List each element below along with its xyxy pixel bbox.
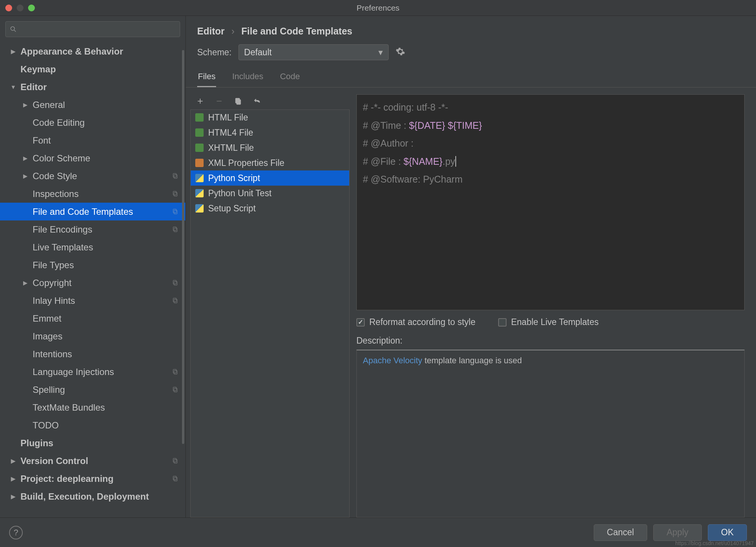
chevron-down-icon: ▾	[378, 47, 383, 58]
copy-icon[interactable]	[234, 97, 243, 106]
template-item-xhtml-file[interactable]: XHTML File	[191, 140, 349, 155]
template-item-python-script[interactable]: Python Script	[191, 170, 349, 186]
window-title: Preferences	[0, 3, 756, 13]
scope-icon	[172, 171, 179, 181]
template-tabs: FilesIncludesCode	[186, 72, 756, 88]
description-text: template language is used	[422, 356, 522, 365]
sidebar-item-general[interactable]: ▶General	[0, 96, 185, 114]
sidebar-item-label: Code Editing	[33, 117, 85, 128]
settings-tree[interactable]: ▶Appearance & BehaviorKeymap▼Editor▶Gene…	[0, 42, 185, 517]
sidebar-item-label: File Types	[33, 260, 74, 270]
sidebar-item-label: File Encodings	[33, 224, 92, 235]
html-file-icon	[195, 144, 204, 152]
template-item-setup-script[interactable]: Setup Script	[191, 201, 349, 216]
svg-rect-5	[173, 191, 176, 195]
scope-icon	[172, 224, 179, 235]
sidebar-item-label: Inspections	[33, 189, 78, 199]
sidebar-item-todo[interactable]: TODO	[0, 416, 185, 434]
sidebar-item-font[interactable]: Font	[0, 131, 185, 149]
sidebar-item-label: Emmet	[33, 313, 61, 324]
svg-rect-18	[174, 459, 177, 463]
sidebar-item-editor[interactable]: ▼Editor	[0, 78, 185, 96]
template-editor[interactable]: # -*- coding: utf-8 -*-# @Time : ${DATE}…	[356, 94, 745, 310]
sidebar-item-label: General	[33, 100, 65, 110]
scheme-dropdown[interactable]: Default ▾	[238, 44, 389, 60]
live-templates-checkbox[interactable]: Enable Live Templates	[498, 317, 599, 327]
chevron-right-icon: ▶	[10, 493, 17, 500]
gear-icon[interactable]	[395, 47, 405, 58]
chevron-right-icon: ▶	[22, 155, 29, 162]
template-item-python-unit-test[interactable]: Python Unit Test	[191, 186, 349, 201]
scrollbar[interactable]	[182, 50, 184, 514]
undo-icon[interactable]	[253, 97, 262, 106]
sidebar-item-copyright[interactable]: ▶Copyright	[0, 274, 185, 292]
chevron-right-icon: ▶	[22, 102, 29, 108]
scope-icon	[172, 384, 179, 395]
sidebar-item-label: Font	[33, 135, 51, 146]
sidebar-item-label: Copyright	[33, 278, 72, 288]
chevron-right-icon: ›	[231, 26, 234, 37]
breadcrumb: Editor › File and Code Templates	[186, 16, 756, 41]
sidebar-item-code-style[interactable]: ▶Code Style	[0, 167, 185, 185]
sidebar-item-live-templates[interactable]: Live Templates	[0, 238, 185, 256]
live-templates-label: Enable Live Templates	[511, 317, 599, 327]
dialog-footer: ? Cancel Apply OK	[0, 517, 756, 547]
help-icon[interactable]: ?	[9, 526, 23, 539]
sidebar-item-emmet[interactable]: Emmet	[0, 309, 185, 327]
sidebar-item-label: Build, Execution, Deployment	[20, 491, 149, 502]
sidebar-item-code-editing[interactable]: Code Editing	[0, 114, 185, 131]
sidebar-item-color-scheme[interactable]: ▶Color Scheme	[0, 149, 185, 167]
description-box: Apache Velocity template language is use…	[356, 350, 745, 517]
sidebar-item-spelling[interactable]: Spelling	[0, 381, 185, 399]
cancel-button[interactable]: Cancel	[594, 524, 648, 541]
svg-rect-15	[173, 369, 176, 373]
svg-rect-10	[174, 281, 177, 285]
add-icon[interactable]	[196, 97, 205, 106]
sidebar-item-textmate-bundles[interactable]: TextMate Bundles	[0, 399, 185, 416]
sidebar-item-build-execution-deployment[interactable]: ▶Build, Execution, Deployment	[0, 488, 185, 505]
sidebar-item-label: Appearance & Behavior	[20, 46, 123, 57]
template-item-xml-properties-file[interactable]: XML Properties File	[191, 155, 349, 170]
html-file-icon	[195, 113, 204, 122]
template-item-label: Python Script	[208, 173, 260, 183]
sidebar-item-file-types[interactable]: File Types	[0, 256, 185, 274]
tab-code[interactable]: Code	[279, 72, 301, 87]
apply-button[interactable]: Apply	[653, 524, 702, 541]
search-input[interactable]	[5, 21, 180, 37]
breadcrumb-root[interactable]: Editor	[197, 26, 224, 37]
remove-icon[interactable]	[215, 97, 224, 106]
sidebar-item-inspections[interactable]: Inspections	[0, 185, 185, 203]
sidebar-item-intentions[interactable]: Intentions	[0, 345, 185, 363]
sidebar-item-label: TextMate Bundles	[33, 402, 105, 413]
sidebar-item-keymap[interactable]: Keymap	[0, 60, 185, 78]
scope-icon	[172, 206, 179, 217]
py-file-icon	[195, 204, 204, 213]
svg-rect-20	[174, 477, 177, 481]
template-file-list[interactable]: HTML FileHTML4 FileXHTML FileXML Propert…	[190, 109, 350, 517]
scheme-label: Scheme:	[197, 47, 232, 58]
svg-point-0	[11, 27, 14, 30]
sidebar-item-label: File and Code Templates	[33, 206, 133, 217]
sidebar-item-inlay-hints[interactable]: Inlay Hints	[0, 292, 185, 309]
sidebar-item-file-and-code-templates[interactable]: File and Code Templates	[0, 203, 185, 220]
sidebar-item-project-deeplearning[interactable]: ▶Project: deeplearning	[0, 470, 185, 488]
sidebar-item-plugins[interactable]: Plugins	[0, 434, 185, 452]
ok-button[interactable]: OK	[708, 524, 747, 541]
template-item-html4-file[interactable]: HTML4 File	[191, 125, 349, 140]
editor-line: # -*- coding: utf-8 -*-	[363, 98, 738, 117]
sidebar-item-label: Plugins	[20, 438, 53, 449]
sidebar-item-images[interactable]: Images	[0, 327, 185, 345]
sidebar-item-label: Language Injections	[33, 367, 114, 377]
reformat-label: Reformat according to style	[369, 317, 475, 327]
sidebar-item-appearance-behavior[interactable]: ▶Appearance & Behavior	[0, 42, 185, 60]
svg-rect-2	[174, 175, 177, 178]
sidebar-item-file-encodings[interactable]: File Encodings	[0, 220, 185, 238]
apache-velocity-link[interactable]: Apache Velocity	[363, 356, 422, 365]
template-item-html-file[interactable]: HTML File	[191, 110, 349, 125]
tab-files[interactable]: Files	[197, 72, 216, 87]
reformat-checkbox[interactable]: Reformat according to style	[356, 317, 475, 327]
sidebar-item-language-injections[interactable]: Language Injections	[0, 363, 185, 381]
sidebar-item-version-control[interactable]: ▶Version Control	[0, 452, 185, 470]
tab-includes[interactable]: Includes	[231, 72, 264, 87]
editor-line: # @File : ${NAME}.py	[363, 153, 738, 171]
